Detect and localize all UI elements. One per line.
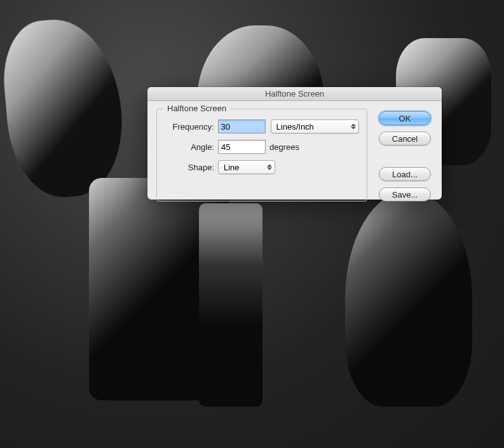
frequency-input[interactable] — [218, 119, 266, 133]
halftone-dialog: Halftone Screen Halftone Screen Frequenc… — [147, 87, 442, 200]
dialog-body: Halftone Screen Frequency: Lines/Inch An… — [147, 101, 442, 209]
angle-row: Angle: degrees — [165, 140, 359, 154]
cancel-button[interactable]: Cancel — [379, 132, 431, 146]
frequency-label: Frequency: — [165, 122, 214, 132]
dialog-title: Halftone Screen — [265, 89, 324, 98]
angle-unit: degrees — [269, 142, 299, 152]
dialog-titlebar[interactable]: Halftone Screen — [147, 87, 442, 101]
frequency-row: Frequency: Lines/Inch — [165, 119, 359, 133]
shape-select[interactable]: Line — [218, 160, 275, 174]
button-column: OK Cancel Load... Save... — [379, 109, 431, 201]
artwork-shapes — [0, 0, 504, 448]
save-button[interactable]: Save... — [379, 187, 431, 201]
updown-arrows-icon — [267, 165, 272, 170]
load-button[interactable]: Load... — [379, 167, 431, 181]
ok-button[interactable]: OK — [379, 111, 431, 125]
fieldset-legend: Halftone Screen — [163, 104, 230, 113]
frequency-unit-value: Lines/Inch — [276, 122, 314, 132]
shape-row: Shape: Line — [165, 160, 359, 174]
shape-label: Shape: — [165, 163, 214, 172]
canvas-background — [0, 0, 504, 448]
halftone-fieldset: Halftone Screen Frequency: Lines/Inch An… — [156, 109, 367, 201]
angle-input[interactable] — [218, 140, 266, 154]
updown-arrows-icon — [351, 124, 356, 130]
frequency-unit-select[interactable]: Lines/Inch — [271, 119, 359, 133]
shape-value: Line — [224, 163, 240, 172]
angle-label: Angle: — [165, 142, 214, 152]
